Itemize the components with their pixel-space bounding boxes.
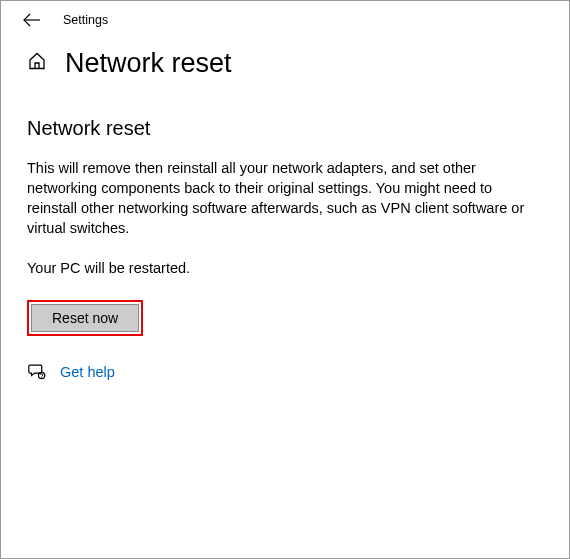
description-text: This will remove then reinstall all your…	[27, 158, 537, 238]
get-help-row: Get help	[27, 362, 543, 381]
reset-button-highlight: Reset now	[27, 300, 143, 336]
back-arrow-icon[interactable]	[23, 13, 41, 27]
section-heading: Network reset	[27, 117, 543, 140]
page-header: Network reset	[1, 35, 569, 89]
reset-now-button[interactable]: Reset now	[31, 304, 139, 332]
app-name: Settings	[63, 13, 108, 27]
page-title: Network reset	[65, 47, 232, 79]
home-icon[interactable]	[27, 51, 47, 75]
svg-point-2	[41, 378, 42, 379]
restart-notice: Your PC will be restarted.	[27, 260, 543, 276]
help-chat-icon	[27, 362, 46, 381]
get-help-link[interactable]: Get help	[60, 364, 115, 380]
titlebar: Settings	[1, 1, 569, 35]
content-area: Network reset This will remove then rein…	[1, 89, 569, 381]
